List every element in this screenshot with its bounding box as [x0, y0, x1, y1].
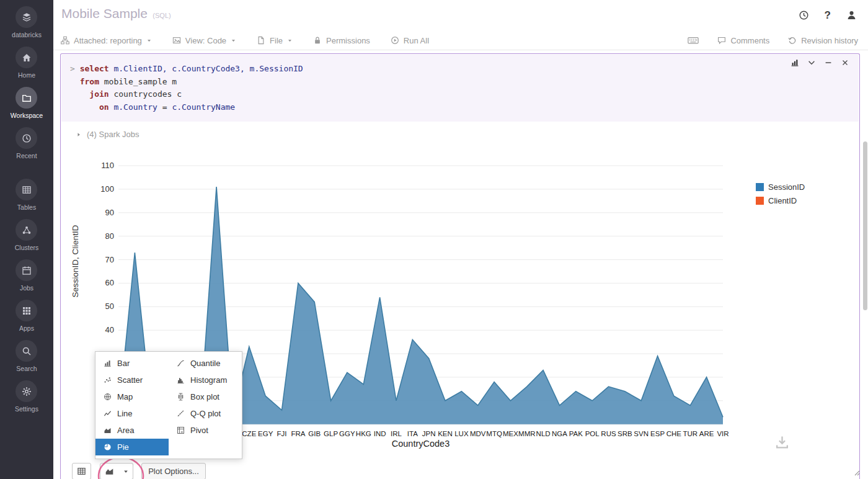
- menu-item-label: Pivot: [190, 426, 208, 435]
- sidebar-item-label: Search: [16, 365, 37, 372]
- resize-grip-icon[interactable]: [851, 467, 861, 477]
- comments-label: Comments: [730, 36, 769, 45]
- svg-text:VIR: VIR: [717, 430, 728, 437]
- sidebar-item-workspace[interactable]: Workspace: [11, 87, 43, 119]
- menu-item-box-plot[interactable]: Box plot: [169, 388, 242, 405]
- table-icon: [22, 185, 32, 195]
- spark-jobs-toggle[interactable]: (4) Spark Jobs: [76, 130, 859, 139]
- clock-icon: [22, 133, 32, 143]
- caret-down-icon: [146, 38, 152, 43]
- table-view-button[interactable]: [72, 463, 91, 479]
- code-line: from mobile_sample m: [70, 76, 850, 89]
- comment-icon: [717, 36, 726, 45]
- comments-button[interactable]: Comments: [717, 36, 769, 45]
- sidebar-item-circle: [16, 300, 37, 321]
- chart-view-button[interactable]: [100, 463, 119, 479]
- plot-menu-left: BarScatterMapLineAreaPie: [95, 355, 169, 455]
- attached-cluster-dropdown[interactable]: Attached: reporting: [61, 36, 152, 45]
- run-all-button[interactable]: Run All: [391, 36, 429, 45]
- caret-down-icon: [231, 38, 236, 43]
- legend-label: SessionID: [768, 182, 805, 192]
- menu-item-bar[interactable]: Bar: [95, 355, 169, 372]
- play-circle-icon: [391, 36, 399, 45]
- plot-menu-right: QuantileHistogramBox plotQ-Q plotPivot: [169, 355, 242, 455]
- permissions-button[interactable]: Permissions: [313, 36, 370, 45]
- menu-item-pivot[interactable]: Pivot: [169, 422, 242, 439]
- globe-icon: [104, 393, 112, 401]
- notebook-cell: > select m.ClientID, c.CountryCode3, m.S…: [60, 53, 860, 479]
- sidebar-item-circle: [16, 340, 37, 362]
- svg-text:HKG: HKG: [356, 430, 371, 437]
- y-tick-label: 90: [86, 207, 114, 218]
- sidebar-item-jobs[interactable]: Jobs: [11, 259, 43, 292]
- cluster-attach-icon: [61, 36, 69, 45]
- sidebar-item-apps[interactable]: Apps: [11, 300, 43, 332]
- view-icon: [172, 36, 181, 45]
- sidebar-item-settings[interactable]: Settings: [11, 380, 43, 413]
- notebook-toolbar: Attached: reporting View: Code File Perm…: [53, 31, 868, 50]
- menu-item-q-q-plot[interactable]: Q-Q plot: [169, 405, 242, 422]
- sidebar-logo-label: databricks: [12, 31, 42, 38]
- scrollbar-thumb[interactable]: [863, 141, 867, 310]
- svg-text:ARE: ARE: [699, 430, 714, 437]
- chart-toggle-icon[interactable]: [790, 58, 799, 67]
- sidebar-item-label: Apps: [19, 325, 34, 332]
- menu-item-scatter[interactable]: Scatter: [95, 372, 169, 388]
- keyboard-icon: [688, 35, 699, 46]
- svg-text:CHE: CHE: [666, 430, 682, 437]
- menu-item-label: Map: [117, 392, 133, 401]
- menu-item-label: Box plot: [190, 392, 219, 401]
- schedule-icon[interactable]: [799, 10, 809, 20]
- qqplot-icon: [177, 410, 185, 418]
- user-icon[interactable]: [846, 10, 857, 20]
- minimize-icon[interactable]: [824, 58, 833, 67]
- keyboard-shortcuts-button[interactable]: [688, 35, 699, 46]
- menu-item-pie[interactable]: Pie: [95, 439, 169, 455]
- revision-history-button[interactable]: Revision history: [788, 36, 858, 45]
- sidebar-item-home[interactable]: Home: [11, 47, 43, 79]
- sidebar-item-label: Home: [18, 71, 35, 79]
- svg-text:RUS: RUS: [601, 430, 616, 437]
- menu-item-label: Quantile: [190, 359, 220, 368]
- chevron-down-icon[interactable]: [807, 58, 816, 67]
- folder-icon: [22, 93, 32, 103]
- menu-item-quantile[interactable]: Quantile: [169, 355, 242, 372]
- download-icon[interactable]: [775, 435, 789, 449]
- sidebar-item-circle: [16, 380, 37, 402]
- caret-right-icon: [76, 132, 82, 138]
- sidebar-item-search[interactable]: Search: [11, 340, 43, 372]
- plot-options-button[interactable]: Plot Options...: [141, 463, 206, 479]
- sidebar-item-circle: [16, 87, 37, 109]
- sidebar-item-label: Recent: [16, 152, 37, 159]
- close-icon[interactable]: [841, 58, 849, 67]
- sidebar-item-label: Settings: [15, 405, 38, 413]
- menu-item-histogram[interactable]: Histogram: [169, 372, 242, 388]
- menu-item-area[interactable]: Area: [95, 422, 169, 439]
- chart-type-dropdown-button[interactable]: [118, 463, 133, 479]
- menu-item-map[interactable]: Map: [95, 388, 169, 405]
- display-toolbar: Plot Options...: [61, 459, 859, 479]
- code-line: join countrycodes c: [70, 88, 850, 101]
- sidebar-item-recent[interactable]: Recent: [11, 127, 43, 159]
- toolbar-right: Comments Revision history: [688, 35, 858, 46]
- menu-item-line[interactable]: Line: [95, 405, 169, 422]
- databricks-logo-icon: [22, 12, 32, 22]
- menu-item-label: Bar: [117, 359, 130, 368]
- svg-text:GGY: GGY: [339, 430, 355, 437]
- code-editor[interactable]: > select m.ClientID, c.CountryCode3, m.S…: [61, 55, 859, 122]
- sidebar-item-clusters[interactable]: Clusters: [11, 219, 43, 251]
- sidebar-item-tables[interactable]: Tables: [11, 179, 43, 211]
- plot-type-menu: BarScatterMapLineAreaPie QuantileHistogr…: [95, 351, 242, 459]
- menu-item-label: Histogram: [190, 375, 227, 385]
- file-dropdown[interactable]: File: [257, 36, 293, 45]
- view-dropdown[interactable]: View: Code: [172, 36, 236, 45]
- home-icon: [22, 53, 32, 63]
- svg-text:FRA: FRA: [291, 430, 305, 437]
- svg-text:JPN: JPN: [422, 430, 436, 437]
- menu-item-label: Line: [117, 409, 133, 418]
- sidebar-logo[interactable]: databricks: [12, 6, 42, 38]
- notebook-title[interactable]: Mobile Sample: [61, 6, 148, 20]
- attached-label: Attached: reporting: [74, 36, 142, 45]
- sidebar-item-label: Clusters: [15, 244, 39, 251]
- help-icon[interactable]: ?: [825, 10, 831, 20]
